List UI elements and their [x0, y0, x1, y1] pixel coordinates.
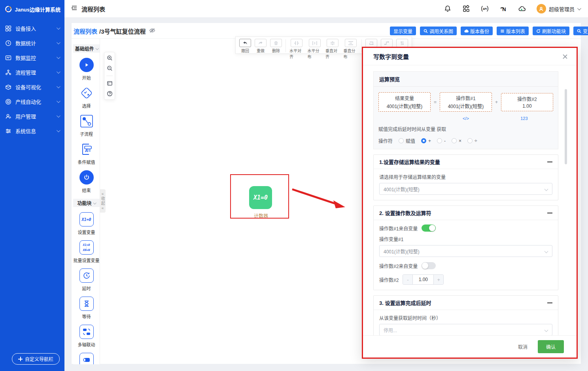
sidebar-item-user-mgmt[interactable]: 用户管理 — [0, 109, 64, 124]
loop-block-button[interactable] — [365, 39, 377, 47]
page-actions: 显示变量 调用关系图 版本备份 版本列表 刷新功能块 变量ID表 保存 — [390, 27, 588, 35]
button-label: 版本列表 — [506, 28, 525, 34]
show-variables-button[interactable]: 显示变量 — [390, 27, 416, 35]
operand1-variable-select[interactable]: 4001(计数)(短整) — [379, 245, 552, 257]
sidebar-item-data-monitor[interactable]: 数据监控 — [0, 50, 64, 65]
divider — [106, 76, 113, 76]
delete-button[interactable]: 删除 — [270, 39, 282, 53]
operator-plus-radio[interactable]: + — [421, 138, 431, 144]
palette-item-batch-set-variable[interactable]: X1=0 ⋮ XN=N 批量设置变量 — [73, 240, 100, 263]
sidebar-item-flow-mgmt[interactable]: 流程管理 — [0, 65, 64, 80]
section-post-delay: 3. 设置运算完成后延时 从该变量获取延时时间（秒） 停用... — [373, 295, 558, 335]
operand2-stepper: - 1.00 + — [403, 274, 444, 285]
palette-item-conditional-assign[interactable]: A= 条件赋值 — [73, 142, 100, 165]
cloud-icon — [464, 29, 469, 33]
sidebar-item-label: 设备接入 — [15, 25, 36, 32]
sidebar-item-system-info[interactable]: 系统信息 — [0, 124, 64, 138]
user-menu[interactable]: 超级管理员 — [537, 4, 580, 13]
cloud-sync-icon[interactable] — [518, 5, 526, 13]
gateway-signal-icon[interactable]: N — [499, 5, 507, 13]
swap-vertical-button[interactable] — [396, 39, 408, 47]
operator-minus-radio[interactable]: - — [437, 138, 446, 144]
fit-view-icon[interactable] — [107, 80, 113, 86]
palette-item-label: 开始 — [82, 74, 91, 81]
version-list-button[interactable]: 版本列表 — [497, 27, 529, 35]
collapse-minus-icon[interactable] — [547, 162, 552, 162]
branch-block-button[interactable] — [381, 39, 393, 47]
palette-item-delay[interactable]: 延时 — [73, 268, 100, 291]
palette-item-select[interactable]: 选择 — [73, 86, 100, 109]
search-icon — [577, 29, 581, 33]
call-relation-graph-button[interactable]: 调用关系图 — [420, 27, 457, 35]
palette-item-multi-axis[interactable]: 多轴联动 — [73, 324, 100, 348]
palette-section-basic[interactable]: 基础组件 — [73, 44, 100, 53]
undo-button[interactable]: 撤回 — [239, 39, 251, 53]
breadcrumb-root[interactable]: 流程列表 — [74, 27, 97, 35]
palette-collapse-tab[interactable]: « 收起 « — [100, 189, 106, 213]
help-icon[interactable] — [107, 91, 113, 97]
collapse-minus-icon[interactable] — [547, 213, 552, 213]
align-vertical-button[interactable]: 垂直对齐 — [325, 39, 340, 59]
refresh-function-blocks-button[interactable]: 刷新功能块 — [533, 27, 569, 35]
radio-icon — [437, 138, 442, 143]
number-type-link[interactable]: 123 — [520, 116, 527, 121]
palette-item-subflow[interactable]: 子流程 — [73, 114, 100, 137]
api-icon[interactable]: API — [481, 5, 489, 13]
operator-divide-radio[interactable]: ÷ — [467, 138, 477, 144]
cancel-button[interactable]: 取消 — [518, 343, 527, 350]
zoom-in-icon[interactable] — [107, 55, 113, 61]
operand1-from-variable-toggle[interactable] — [422, 225, 436, 232]
sidebar-item-device-access[interactable]: 设备接入 — [0, 21, 64, 36]
toolbar-label: 水平对齐 — [289, 48, 304, 59]
stepper-decrease-button[interactable]: - — [403, 275, 413, 284]
notification-bell-icon[interactable] — [444, 5, 452, 13]
stepper-increase-button[interactable]: + — [433, 275, 443, 284]
box-value: 4001(计数)(短整) — [380, 103, 429, 109]
palette-item-end[interactable]: 结束 — [73, 170, 100, 193]
eye-off-icon[interactable] — [149, 27, 155, 35]
janus-logo-icon — [5, 4, 12, 14]
operand1-box[interactable]: 操作数#1 4001(计数)(短整) — [440, 92, 492, 112]
palette-section-func[interactable]: 功能块 — [73, 199, 100, 207]
modal-scrollbar-thumb[interactable] — [565, 89, 567, 164]
trash-icon — [270, 39, 282, 47]
confirm-button[interactable]: 确认 — [538, 340, 564, 353]
zoom-out-icon[interactable] — [107, 65, 113, 71]
stepper-value[interactable]: 1.00 — [413, 277, 433, 282]
box-label: 操作数#1 — [442, 95, 490, 101]
palette-item-set-variable[interactable]: X1=0 设置变量 — [73, 212, 100, 235]
menu-fold-icon[interactable] — [71, 4, 78, 13]
variable-id-table-button[interactable]: 变量ID表 — [573, 27, 588, 35]
collapse-minus-icon[interactable] — [547, 303, 552, 303]
version-backup-button[interactable]: 版本备份 — [461, 27, 493, 35]
operand2-from-variable-toggle[interactable] — [422, 262, 436, 269]
close-icon[interactable] — [562, 54, 568, 59]
distribute-horizontal-button[interactable]: 水平分布 — [307, 39, 322, 59]
batch-set-variable-icon: X1=0 ⋮ XN=N — [79, 240, 94, 255]
align-horizontal-button[interactable]: 水平对齐 — [289, 39, 304, 59]
wait-icon — [79, 296, 94, 311]
palette-item-wait[interactable]: 等待 — [73, 296, 100, 320]
palette-item-start[interactable]: 开始 — [73, 57, 100, 81]
code-type-link[interactable]: </> — [463, 116, 469, 121]
operator-multiply-radio[interactable]: × — [452, 138, 461, 144]
sidebar-item-line-automation[interactable]: 产线自动化 — [0, 94, 64, 109]
delay-variable-select[interactable]: 停用... — [379, 324, 552, 335]
apps-grid-icon[interactable] — [462, 5, 470, 13]
value-type-links: </> 123 — [378, 116, 553, 121]
toolbar-label: 水平分布 — [307, 48, 322, 59]
sidebar-item-device-viz[interactable]: 设备可视化 — [0, 80, 64, 94]
operand2-box[interactable]: 操作数#2 1.00 — [501, 93, 553, 111]
result-variable-select[interactable]: 4001(计数)(短整) — [379, 183, 552, 195]
redo-button[interactable]: 重做 — [255, 39, 267, 53]
result-variable-box[interactable]: 结果变量 4001(计数)(短整) — [378, 92, 431, 112]
sidebar-item-data-stats[interactable]: 数据统计 — [0, 36, 64, 50]
radio-checked-icon — [421, 138, 426, 143]
custom-nav-button[interactable]: 自定义导航栏 — [12, 353, 60, 365]
field-label: 请选择用于存储运算结果的变量 — [379, 173, 552, 180]
distribute-vertical-button[interactable]: 垂直分布 — [344, 39, 358, 59]
operator-assign-radio[interactable]: 赋值 — [399, 137, 415, 144]
select-placeholder: 停用... — [384, 327, 397, 333]
sidebar-item-label: 设备可视化 — [15, 83, 41, 91]
palette-item-continuous-motion[interactable]: 连续运动 — [73, 352, 100, 364]
